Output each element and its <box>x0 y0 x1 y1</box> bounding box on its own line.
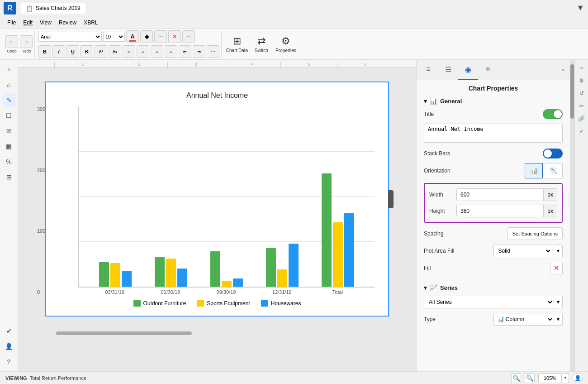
menu-review[interactable]: Review <box>55 18 80 27</box>
indent-left-button[interactable]: ⇤ <box>179 45 191 58</box>
bar-total-green[interactable] <box>322 173 332 287</box>
strikethrough-button[interactable]: K <box>81 45 93 58</box>
orientation-horizontal-button[interactable]: 📉 <box>545 163 563 178</box>
set-spacing-options-button[interactable]: Set Spacing Options <box>507 227 563 240</box>
far-right-check-icon[interactable]: ✓ <box>576 126 587 137</box>
bar-g4-green[interactable] <box>266 248 276 287</box>
far-right-link-icon[interactable]: 🔗 <box>576 113 587 124</box>
horizontal-scrollbar[interactable] <box>18 330 416 336</box>
rp-height-input[interactable] <box>456 205 544 217</box>
rp-tab-list[interactable]: ☰ <box>438 60 458 80</box>
plot-area-fill-select[interactable]: Solid <box>493 245 553 257</box>
bold-button[interactable]: B <box>38 45 51 58</box>
bar-g2-blue[interactable] <box>177 269 187 287</box>
sidebar-page-icon[interactable]: ☐ <box>2 109 16 122</box>
sidebar-grid-icon[interactable]: ▦ <box>2 139 16 153</box>
rp-title-input[interactable]: Annual Net Income <box>424 124 563 143</box>
bar-g2-yellow[interactable] <box>166 259 176 287</box>
bar-g2-green[interactable] <box>155 257 165 287</box>
far-right-settings-icon[interactable]: ⚙ <box>576 75 587 86</box>
plot-fill-dropdown-arrow[interactable]: ▾ <box>554 245 563 257</box>
subscript-button[interactable]: A₁ <box>109 45 121 58</box>
rp-general-header[interactable]: ▾ 📊 General <box>424 97 563 105</box>
rp-width-input[interactable] <box>456 188 544 201</box>
far-right-expand-icon[interactable]: » <box>576 62 587 73</box>
bar-g3-blue[interactable] <box>233 278 243 287</box>
bar-g4-blue[interactable] <box>289 244 299 287</box>
chart-data-button[interactable]: ⊞ Chart Data <box>225 32 249 57</box>
font-family-select[interactable]: Arial <box>38 32 102 42</box>
bar-g1-blue[interactable] <box>122 271 132 287</box>
undo-button[interactable]: ← <box>5 35 18 48</box>
align-right-button[interactable]: ≡ <box>151 45 163 58</box>
far-right-scissors-icon[interactable]: ✂ <box>576 101 587 111</box>
scrollbar-thumb-right[interactable] <box>570 64 574 119</box>
type-select[interactable]: 📊 Column <box>493 313 555 326</box>
redo-button[interactable]: → <box>20 35 33 48</box>
menu-edit[interactable]: Edit <box>19 18 36 27</box>
doc-tab[interactable]: 📋 Sales Charts 2019 <box>20 3 86 14</box>
align-left-button[interactable]: ≡ <box>123 45 135 58</box>
highlight-button[interactable]: ◈ <box>140 30 153 43</box>
chart-container[interactable]: Annual Net Income 0 100 200 300 <box>45 82 389 317</box>
rp-chevron-right[interactable]: » <box>557 60 568 80</box>
sidebar-expand-icon[interactable]: » <box>2 62 16 76</box>
italic-button[interactable]: I <box>52 45 65 58</box>
bar-g3-green[interactable] <box>210 251 220 287</box>
rp-tab-chart[interactable]: ◉ <box>458 60 478 80</box>
menu-file[interactable]: File <box>4 18 19 27</box>
font-color-button[interactable]: A <box>126 30 139 43</box>
sidebar-home-icon[interactable]: ⌂ <box>2 78 16 91</box>
align-justify-button[interactable]: ≡ <box>165 45 177 58</box>
more-format-button[interactable]: ⋯ <box>207 45 219 58</box>
zoom-input[interactable] <box>538 373 562 383</box>
sidebar-edit-icon[interactable]: ✎ <box>2 93 16 107</box>
orientation-vertical-button[interactable]: 📊 <box>525 163 543 178</box>
sidebar-mark-icon[interactable]: ✔ <box>2 324 16 338</box>
zoom-dropdown-arrow[interactable]: ▾ <box>562 373 569 383</box>
rp-tab-paragraph[interactable]: ≡ <box>418 60 438 80</box>
all-series-select[interactable]: All Series <box>424 296 554 308</box>
menu-view[interactable]: View <box>36 18 55 27</box>
legend-box-blue <box>261 300 268 307</box>
menu-xbrl[interactable]: XBRL <box>80 18 101 27</box>
user-icon[interactable]: 👤 <box>573 373 583 383</box>
rp-series-header[interactable]: ▾ 📈 Series <box>424 284 563 291</box>
bar-g1-green[interactable] <box>99 262 109 287</box>
switch-button[interactable]: ⇄ Switch <box>250 32 273 57</box>
stack-bars-toggle[interactable] <box>543 149 563 158</box>
font-size-select[interactable]: 10 <box>103 32 125 42</box>
zoom-in-button[interactable]: 🔍 <box>525 373 535 383</box>
all-series-dropdown: All Series ▾ <box>424 296 563 308</box>
fill-color-button[interactable]: ✕ <box>550 262 563 274</box>
bar-total-yellow[interactable] <box>333 222 343 287</box>
underline-button[interactable]: U <box>66 45 79 58</box>
sidebar-percent-icon[interactable]: % <box>2 155 16 168</box>
bar-g1-yellow[interactable] <box>110 263 120 287</box>
title-dropdown[interactable]: ▼ <box>576 3 584 13</box>
more-btn1[interactable]: ⋯ <box>154 30 167 43</box>
rp-tab-format[interactable]: % <box>478 60 498 80</box>
sidebar-user-icon[interactable]: 👤 <box>2 340 16 353</box>
superscript-button[interactable]: A¹ <box>95 45 107 58</box>
sidebar-comment-icon[interactable]: ✉ <box>2 124 16 138</box>
chart-resize-handle[interactable] <box>388 190 394 208</box>
sidebar-tag-icon[interactable]: ⊞ <box>2 170 16 184</box>
far-right-refresh-icon[interactable]: ↺ <box>576 88 587 99</box>
bar-g3-yellow[interactable] <box>222 281 232 287</box>
zoom-out-button[interactable]: 🔍 <box>511 373 521 383</box>
clear-format-button[interactable]: ✕ <box>168 30 181 43</box>
scrollbar-thumb[interactable] <box>56 331 192 335</box>
align-center-button[interactable]: ≡ <box>137 45 149 58</box>
sidebar-help-icon[interactable]: ? <box>2 355 16 369</box>
type-dropdown-arrow[interactable]: ▾ <box>554 313 563 326</box>
properties-button[interactable]: ⚙ Properties <box>274 32 298 57</box>
bar-g4-yellow[interactable] <box>277 269 287 287</box>
doc-icon: 📋 <box>26 5 33 12</box>
more-btn2[interactable]: ⋯ <box>182 30 195 43</box>
indent-right-button[interactable]: ⇥ <box>193 45 205 58</box>
all-series-arrow[interactable]: ▾ <box>554 296 563 308</box>
right-panel-scrollbar[interactable] <box>570 60 574 371</box>
bar-total-blue[interactable] <box>344 213 354 287</box>
title-toggle[interactable] <box>543 109 563 119</box>
